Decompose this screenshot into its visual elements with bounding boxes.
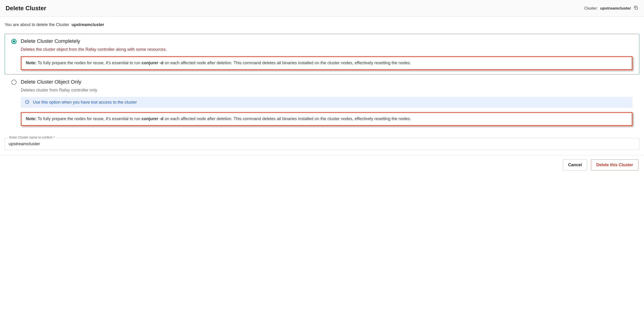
cancel-button[interactable]: Cancel [563,159,587,170]
note-label: Note: [26,61,36,65]
page-title: Delete Cluster [6,5,46,12]
intro-cluster-name: upstreamcluster [72,22,104,27]
radio-delete-object-only[interactable] [12,80,16,85]
note-cmd: conjurer -d [142,61,163,65]
svg-point-3 [27,101,28,101]
delete-options: Delete Cluster Completely Deletes the cl… [5,34,639,130]
note-post: on each affected node after deletion. Th… [163,61,411,65]
intro-text: You are about to delete the Cluster upst… [5,22,639,27]
confirm-input[interactable] [5,138,639,150]
option2-note: Note: To fully prepare the nodes for reu… [21,112,632,126]
cluster-identifier: Cluster: upstreamcluster [584,5,638,12]
info-icon [25,100,30,105]
option2-desc: Deletes cluster from Rafay controller on… [21,88,632,93]
radio-delete-completely[interactable] [12,39,16,44]
dialog-footer: Cancel Delete this Cluster [0,155,644,175]
confirm-label: Enter Cluster name to confirm * [8,136,56,139]
svg-rect-0 [635,7,638,9]
dialog-header: Delete Cluster Cluster: upstreamcluster [0,0,644,17]
option-delete-object-only[interactable]: Delete Cluster Object Only Deletes clust… [5,75,639,130]
note-cmd: conjurer -d [142,116,163,121]
confirm-field-wrap: Enter Cluster name to confirm * [5,138,639,150]
option1-desc: Deletes the cluster object from the Rafa… [21,47,632,52]
copy-icon[interactable] [633,5,638,12]
info-callout: Use this option when you have lost acces… [21,97,632,108]
dialog-body: You are about to delete the Cluster upst… [0,17,644,150]
note-label: Note: [26,116,36,121]
option2-title: Delete Cluster Object Only [21,79,632,85]
cluster-name: upstreamcluster [600,6,631,11]
option1-note: Note: To fully prepare the nodes for reu… [21,56,632,70]
note-post: on each affected node after deletion. Th… [163,116,411,121]
delete-button[interactable]: Delete this Cluster [591,159,638,170]
option1-title: Delete Cluster Completely [21,38,632,44]
cluster-label: Cluster: [584,6,598,11]
option-delete-completely[interactable]: Delete Cluster Completely Deletes the cl… [5,34,639,75]
note-pre: To fully prepare the nodes for reuse, it… [36,116,142,121]
intro-prefix: You are about to delete the Cluster [5,22,69,27]
note-pre: To fully prepare the nodes for reuse, it… [36,61,142,65]
info-text: Use this option when you have lost acces… [33,100,137,105]
